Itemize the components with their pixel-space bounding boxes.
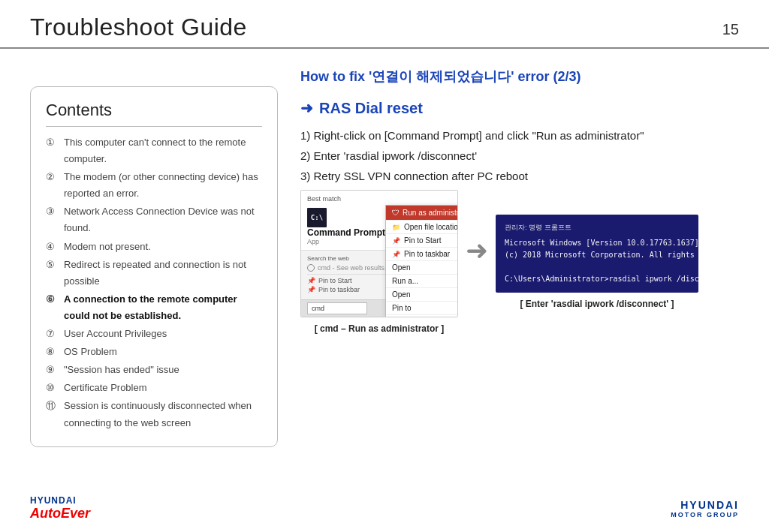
page-footer: HYUNDAI AutoEver HYUNDAI MOTOR GROUP xyxy=(0,495,769,521)
list-text: The modem (or other connecting device) h… xyxy=(64,169,262,202)
search-circle-icon xyxy=(307,264,315,272)
list-item: ④ Modem not present. xyxy=(46,239,262,255)
list-num: ⑤ xyxy=(46,257,59,290)
cmd-terminal-line-1: Microsoft Windows [Version 10.0.17763.16… xyxy=(505,237,689,249)
list-item: ⑦ User Account Privileges xyxy=(46,326,262,342)
caption-right: [ Enter 'rasdial ipwork /disconnect' ] xyxy=(520,299,674,309)
step-2-text: 2) Enter 'rasdial ipwork /disconnect' xyxy=(300,149,477,162)
pin-taskbar-icon: 📌 xyxy=(392,251,400,258)
contents-list: ① This computer can't connect to the rem… xyxy=(46,134,262,431)
context-menu-run-admin[interactable]: 🛡 Run as administrator xyxy=(386,206,458,221)
run-label: Run a... xyxy=(392,277,418,285)
list-text: Modem not present. xyxy=(64,239,151,255)
step-1: 1) Right-click on [Command Prompt] and c… xyxy=(300,129,739,142)
autoever-logo: HYUNDAI AutoEver xyxy=(30,495,90,521)
pin-start-icon: 📌 xyxy=(392,237,400,245)
cmd-search-screenshot: Best match C:\ Command Prompt App xyxy=(300,190,458,334)
motor-group-logo: HYUNDAI MOTOR GROUP xyxy=(671,499,739,518)
guide-content: How to fix '연결이 해제되었습니다' error (2/3) ➜ R… xyxy=(300,64,739,447)
context-menu: 🛡 Run as administrator 📁 Open file locat… xyxy=(385,205,458,317)
cmd-app-sub: App xyxy=(307,238,385,245)
caption-left: [ cmd – Run as administrator ] xyxy=(315,323,445,334)
step-1-text: 1) Right-click on [Command Prompt] and c… xyxy=(300,129,644,142)
list-text: A connection to the remote computer coul… xyxy=(64,291,262,324)
taskbar-search-input[interactable] xyxy=(307,302,367,314)
list-item: ⑧ OS Problem xyxy=(46,344,262,360)
pin-start-label: Pin to Start xyxy=(404,236,441,245)
cmd-search-top: Best match C:\ Command Prompt App xyxy=(301,191,457,251)
run-admin-label: Run as administrator xyxy=(403,209,458,217)
guide-heading: How to fix '연결이 해제되었습니다' error (2/3) xyxy=(300,68,739,86)
list-num: ① xyxy=(46,134,59,167)
list-item: ② The modem (or other connecting device)… xyxy=(46,169,262,202)
list-num: ⑧ xyxy=(46,344,59,360)
list-text: Network Access Connection Device was not… xyxy=(64,203,262,236)
main-content: Contents ① This computer can't connect t… xyxy=(0,49,769,455)
search-hint-text: cmd - See web results xyxy=(318,264,384,272)
pin-text-2: Pin to taskbar xyxy=(318,286,360,293)
list-text: Redirect is repeated and connection is n… xyxy=(64,257,262,290)
contents-title: Contents xyxy=(46,101,262,127)
context-menu-pin1[interactable]: Pin to xyxy=(386,302,458,315)
context-menu-open-file[interactable]: 📁 Open file location xyxy=(386,221,458,234)
autoever-text: AutoEver xyxy=(30,506,90,521)
step-3: 3) Retry SSL VPN connection after PC reb… xyxy=(300,170,739,182)
cmd-app-icon: C:\ xyxy=(307,208,327,227)
open-label: Open xyxy=(392,263,410,272)
open-file-icon: 📁 xyxy=(392,224,400,231)
auto-text: Auto xyxy=(30,506,61,521)
arrow-between-icon: ➜ xyxy=(466,235,488,266)
cmd-terminal-title: 관리자: 명령 프롬프트 xyxy=(505,222,689,233)
page-header: Troubleshoot Guide 15 xyxy=(0,0,769,49)
pin1-label: Pin to xyxy=(392,304,412,312)
list-item: ⑤ Redirect is repeated and connection is… xyxy=(46,257,262,290)
list-text: Session is continuously disconnected whe… xyxy=(64,398,262,431)
list-item-active: ⑥ A connection to the remote computer co… xyxy=(46,291,262,324)
pin-icon-2: 📌 xyxy=(307,286,315,293)
context-menu-open[interactable]: Open xyxy=(386,261,458,275)
pin-text-1: Pin to Start xyxy=(318,277,352,284)
cmd-search-window: Best match C:\ Command Prompt App xyxy=(300,190,458,317)
cmd-terminal-line-3 xyxy=(505,261,689,273)
guide-heading-text: How to fix '연결이 해제되었습니다' error (2/3) xyxy=(300,69,581,84)
cmd-app-row: C:\ Command Prompt App 🛡 Run as adminis xyxy=(307,205,385,247)
context-menu-pin-taskbar[interactable]: 📌 Pin to taskbar xyxy=(386,248,458,261)
page-number: 15 xyxy=(722,21,739,41)
list-num: ⑥ xyxy=(46,291,59,324)
list-num: ⑨ xyxy=(46,362,59,378)
ever-text: Ever xyxy=(61,506,90,521)
motor-hyundai-text: HYUNDAI xyxy=(671,499,739,511)
list-item: ⑨ "Session has ended" issue xyxy=(46,362,262,378)
open-file-label: Open file location xyxy=(404,223,458,231)
list-text: Certificate Problem xyxy=(64,380,147,396)
cmd-app-name: Command Prompt xyxy=(307,227,385,238)
cmd-terminal-window: 관리자: 명령 프롬프트 Microsoft Windows [Version … xyxy=(496,215,698,293)
cmd-terminal-screenshot: 관리자: 명령 프롬프트 Microsoft Windows [Version … xyxy=(496,215,698,309)
cmd-app-info: Command Prompt App xyxy=(307,227,385,245)
best-match-label: Best match xyxy=(307,195,451,203)
screenshots-row: Best match C:\ Command Prompt App xyxy=(300,190,739,334)
context-menu-run[interactable]: Run a... xyxy=(386,275,458,288)
list-item: ① This computer can't connect to the rem… xyxy=(46,134,262,167)
pin-icon-1: 📌 xyxy=(307,277,315,284)
cmd-icon-text: C:\ xyxy=(311,214,323,221)
list-text: "Session has ended" issue xyxy=(64,362,179,378)
list-item: ⑩ Certificate Problem xyxy=(46,380,262,396)
context-menu-pin2[interactable]: Pin to xyxy=(386,315,458,317)
section-title-text: RAS Dial reset xyxy=(319,100,423,117)
step-3-text: 3) Retry SSL VPN connection after PC reb… xyxy=(300,170,528,182)
list-num: ⑩ xyxy=(46,380,59,396)
cmd-terminal-line-4: C:\Users\Administrator>rasdial ipwork /d… xyxy=(505,273,689,285)
arrow-right-icon: ➜ xyxy=(300,99,313,117)
context-menu-pin-start[interactable]: 📌 Pin to Start xyxy=(386,234,458,248)
context-menu-open2[interactable]: Open xyxy=(386,288,458,302)
list-num: ⑪ xyxy=(46,398,59,431)
list-num: ③ xyxy=(46,203,59,236)
cmd-cursor xyxy=(726,275,731,284)
motor-group-text: MOTOR GROUP xyxy=(671,511,739,518)
list-text: User Account Privileges xyxy=(64,326,167,342)
open2-label: Open xyxy=(392,290,410,299)
step-2: 2) Enter 'rasdial ipwork /disconnect' xyxy=(300,149,739,162)
list-num: ② xyxy=(46,169,59,202)
list-num: ⑦ xyxy=(46,326,59,342)
